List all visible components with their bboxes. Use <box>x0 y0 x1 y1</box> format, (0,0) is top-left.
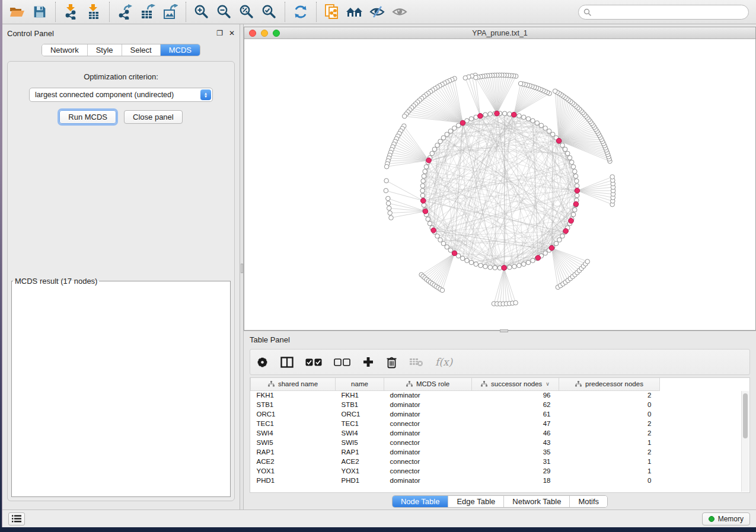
search-box[interactable] <box>578 5 749 20</box>
open-file-button[interactable] <box>6 2 28 21</box>
hide-graphics-details-button[interactable] <box>366 2 388 21</box>
tab-edge-table[interactable]: Edge Table <box>448 496 504 507</box>
table-panel: Table Panel <box>244 331 756 509</box>
toolbar-separator <box>285 2 285 22</box>
task-history-button[interactable] <box>8 512 25 525</box>
app-window: Control Panel ❐ ✕ Network Style Select M… <box>2 0 756 527</box>
session-home-button[interactable] <box>343 2 366 21</box>
table-settings-button[interactable] <box>256 353 269 371</box>
horizontal-splitter-handle[interactable] <box>500 329 508 332</box>
zoom-in-icon <box>194 4 209 20</box>
criterion-selected-value: largest connected component (undirected) <box>30 91 200 99</box>
column-header-successor-nodes[interactable]: successor nodes ∨ <box>472 378 559 390</box>
table-row[interactable]: TEC1TEC1connector472 <box>251 419 660 428</box>
search-input[interactable] <box>592 8 744 17</box>
node-table-body: FKH1FKH1dominator962STB1STB1dominator620… <box>251 390 660 485</box>
refresh-button[interactable] <box>289 2 312 21</box>
mcds-result-title: MCDS result (17 nodes) <box>13 277 99 286</box>
deselect-all-rows-button[interactable] <box>334 353 350 371</box>
tab-select[interactable]: Select <box>122 44 161 56</box>
vertical-splitter[interactable] <box>240 24 244 509</box>
shared-column-icon <box>406 381 413 387</box>
tab-network[interactable]: Network <box>42 44 88 56</box>
tab-motifs[interactable]: Motifs <box>570 496 607 507</box>
import-network-icon <box>64 4 78 20</box>
save-icon <box>33 5 46 18</box>
shared-column-icon <box>268 381 275 387</box>
table-scrollbar-thumb[interactable] <box>743 393 748 438</box>
column-header-predecessor-nodes[interactable]: predecessor nodes <box>559 378 660 390</box>
memory-button[interactable]: Memory <box>702 512 750 525</box>
refresh-icon <box>293 4 308 20</box>
sort-descending-icon: ∨ <box>546 381 550 387</box>
homes-icon <box>346 5 363 19</box>
main-toolbar <box>2 0 756 24</box>
show-graphics-details-button[interactable] <box>388 2 411 21</box>
export-image-button[interactable] <box>159 2 181 21</box>
open-folder-icon <box>9 6 25 18</box>
import-table-button[interactable] <box>82 2 105 21</box>
table-toolbar: f(x) <box>250 349 750 375</box>
export-network-button[interactable] <box>114 2 136 21</box>
tab-mcds[interactable]: MCDS <box>161 44 200 56</box>
function-builder-icon[interactable]: f(x) <box>435 356 452 368</box>
node-table: shared name name MCDS role successor nod… <box>250 378 660 485</box>
optimization-criterion-select[interactable]: largest connected component (undirected)… <box>29 88 213 102</box>
export-table-icon <box>140 4 155 20</box>
control-panel-title: Control Panel <box>7 29 54 38</box>
table-row[interactable]: YOX1YOX1connector291 <box>251 466 660 476</box>
zoom-fit-button[interactable] <box>235 2 258 21</box>
network-canvas[interactable] <box>244 39 755 330</box>
float-panel-icon[interactable]: ❐ <box>216 30 223 37</box>
delete-column-button[interactable] <box>386 353 397 371</box>
memory-label: Memory <box>718 515 744 523</box>
table-row[interactable]: FKH1FKH1dominator962 <box>251 390 660 400</box>
import-network-button[interactable] <box>60 2 82 21</box>
memory-status-icon <box>709 516 714 522</box>
zoom-out-icon <box>216 4 232 20</box>
select-all-rows-button[interactable] <box>305 353 322 371</box>
table-row[interactable]: SWI5SWI5connector431 <box>251 438 660 447</box>
shared-column-icon <box>481 381 487 387</box>
show-columns-button[interactable] <box>280 353 294 371</box>
table-row[interactable]: ACE2ACE2connector311 <box>251 457 660 466</box>
mcds-panel: Optimization criterion: largest connecte… <box>7 61 235 501</box>
column-header-name[interactable]: name <box>336 378 384 390</box>
close-panel-icon[interactable]: ✕ <box>229 30 235 37</box>
table-row[interactable]: PHD1PHD1dominator180 <box>251 476 660 485</box>
tab-network-table[interactable]: Network Table <box>504 496 570 507</box>
delete-table-button[interactable] <box>409 353 423 371</box>
table-row[interactable]: SWI4SWI4dominator462 <box>251 428 660 438</box>
zoom-out-button[interactable] <box>213 2 235 21</box>
zoom-selected-icon <box>261 4 277 20</box>
network-window-titlebar[interactable]: YPA_prune.txt_1 <box>244 27 755 39</box>
table-scrollbar[interactable] <box>741 391 749 492</box>
tab-node-table[interactable]: Node Table <box>393 496 449 507</box>
clone-network-icon <box>324 4 340 20</box>
table-row[interactable]: ORC1ORC1dominator610 <box>251 409 660 419</box>
table-row[interactable]: STB1STB1dominator620 <box>251 400 660 409</box>
import-table-icon <box>87 4 101 20</box>
run-mcds-button[interactable]: Run MCDS <box>59 110 116 124</box>
unchecked-boxes-icon <box>334 358 350 366</box>
save-session-button[interactable] <box>28 2 51 21</box>
zoom-in-button[interactable] <box>190 2 213 21</box>
delete-table-icon <box>409 358 423 367</box>
node-table-container: shared name name MCDS role successor nod… <box>250 377 750 493</box>
close-panel-button[interactable]: Close panel <box>124 110 183 124</box>
gear-icon <box>256 356 269 368</box>
clone-network-button[interactable] <box>321 2 343 21</box>
column-header-shared-name[interactable]: shared name <box>251 378 336 390</box>
table-row[interactable]: RAP1RAP1dominator352 <box>251 447 660 457</box>
zoom-fit-icon <box>239 4 254 20</box>
task-list-icon <box>12 515 21 523</box>
column-header-mcds-role[interactable]: MCDS role <box>384 378 472 390</box>
trash-icon <box>386 356 397 368</box>
tab-style[interactable]: Style <box>88 44 122 56</box>
zoom-selected-button[interactable] <box>258 2 280 21</box>
export-table-button[interactable] <box>136 2 159 21</box>
create-column-button[interactable] <box>362 353 374 371</box>
shared-column-icon <box>575 381 582 387</box>
splitter-handle[interactable] <box>241 264 243 273</box>
checked-boxes-icon <box>305 358 322 366</box>
